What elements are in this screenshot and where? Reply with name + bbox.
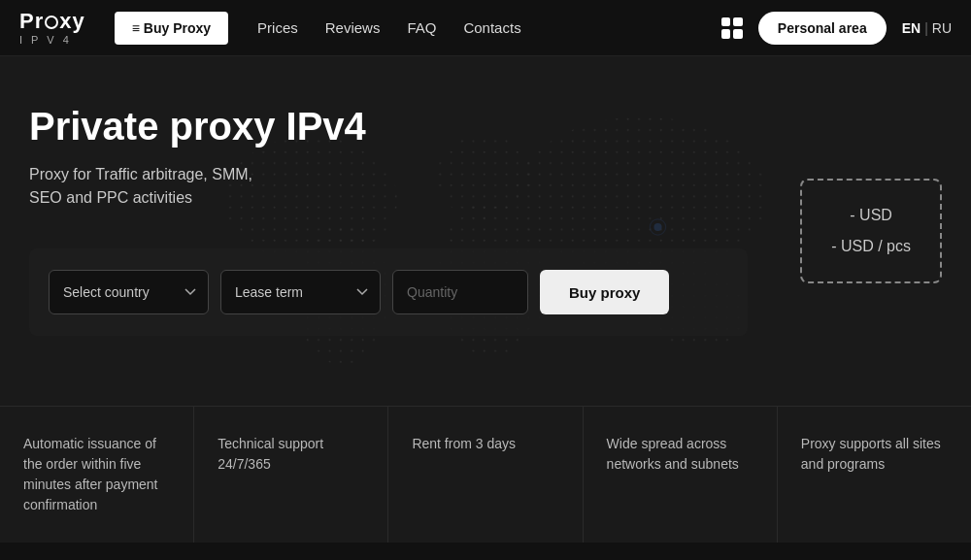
main-nav: Prices Reviews FAQ Contacts [257, 19, 721, 36]
hero-section: Private proxy IPv4 Proxy for Traffic arb… [0, 56, 971, 406]
features-bar: Automatic issuance of the order within f… [0, 406, 971, 543]
grid-icon[interactable] [721, 17, 743, 39]
buy-proxy-button[interactable]: ≡ Buy Proxy [115, 12, 228, 45]
lease-term-select[interactable]: Lease term [220, 270, 381, 314]
quantity-input[interactable] [392, 270, 528, 314]
feature-support: Technical support 24/7/365 [194, 407, 388, 543]
logo-subtitle: I P V 4 [19, 34, 85, 46]
lang-ru[interactable]: RU [932, 20, 952, 36]
feature-network: Wide spread across networks and subnets [584, 407, 778, 543]
header: Prxy I P V 4 ≡ Buy Proxy Prices Reviews … [0, 0, 971, 56]
feature-programs: Proxy supports all sites and programs [778, 407, 971, 543]
lang-switcher: EN | RU [902, 20, 952, 36]
country-select[interactable]: Select country [49, 270, 209, 314]
purchase-form: Select country Lease term Buy proxy [29, 248, 748, 336]
nav-reviews[interactable]: Reviews [325, 19, 381, 36]
price-per-pcs: - USD / pcs [831, 231, 911, 262]
buy-proxy-main-button[interactable]: Buy proxy [540, 270, 669, 314]
hero-title: Private proxy IPv4 [29, 105, 942, 148]
header-right: Personal area EN | RU [721, 12, 952, 45]
nav-prices[interactable]: Prices [257, 19, 298, 36]
nav-faq[interactable]: FAQ [407, 19, 436, 36]
lang-en[interactable]: EN [902, 20, 921, 36]
lang-separator: | [924, 20, 928, 36]
hero-subtitle-line2: SEO and PPC activities [29, 189, 192, 206]
price-total: - USD [831, 200, 911, 231]
hero-subtitle-line1: Proxy for Traffic arbitrage, SMM, [29, 166, 252, 182]
logo-text: Prxy [19, 11, 85, 32]
price-box: - USD - USD / pcs [800, 179, 942, 283]
nav-contacts[interactable]: Contacts [463, 19, 520, 36]
logo: Prxy I P V 4 [19, 11, 85, 46]
personal-area-button[interactable]: Personal area [758, 12, 887, 45]
feature-rent: Rent from 3 days [388, 407, 583, 543]
feature-auto-issuance: Automatic issuance of the order within f… [0, 407, 194, 543]
